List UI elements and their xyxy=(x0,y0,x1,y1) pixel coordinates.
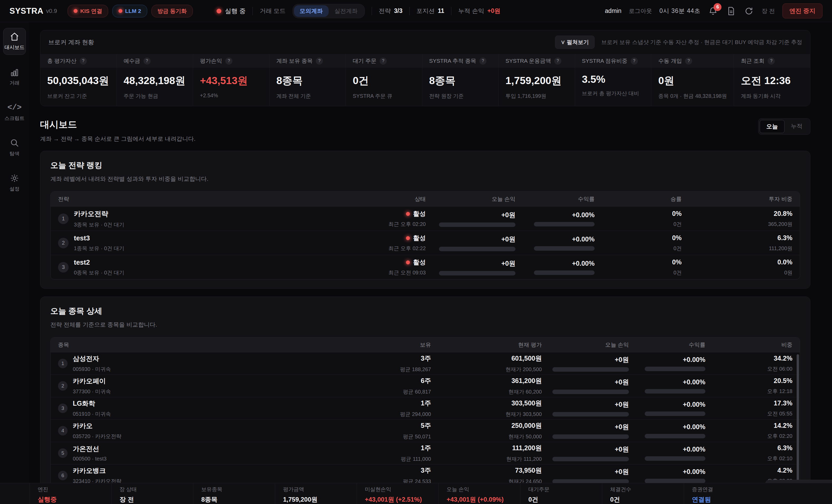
engine-running-label: 실행 중 xyxy=(225,7,246,15)
help-icon[interactable]: ? xyxy=(554,57,561,64)
statusbar-unrealized-pnl: 미실현손익 +43,001원 (+2.51%) xyxy=(357,483,438,504)
strategy-count: 전략 3/3 xyxy=(379,7,402,15)
current-price: 현재가 111,200 xyxy=(506,455,542,463)
stock-row[interactable]: 1 삼성전자 005930 · 미귀속 3주평균 188,267 601,500… xyxy=(51,352,800,374)
rank-badge: 2 xyxy=(58,238,69,248)
trade-mode-label: 거래 모드 xyxy=(260,7,285,15)
help-icon[interactable]: ? xyxy=(316,57,323,64)
stat-sub: 주문 가능 현금 xyxy=(124,92,186,100)
today-pnl-value: +0원 xyxy=(615,423,629,431)
strategy-table-header: 전략 상태 오늘 손익 수익률 승률 투자 비중 xyxy=(51,192,800,206)
weight-value: 20.5% xyxy=(774,377,792,385)
qty-value: 6주 xyxy=(421,376,431,385)
statusbar-broker-connection: 증권연결 연결됨 xyxy=(684,483,765,504)
engine-stop-button[interactable]: 엔진 중지 xyxy=(782,3,823,19)
header-status-group: 실행 중 거래 모드 모의계좌 실전계좌 전략 3/3 포지션 11 누적 손익… xyxy=(216,4,500,18)
broker-stats-grid: 총 평가자산? 50,035,043원브로커 잔고 기준 예수금? 48,328… xyxy=(41,54,810,106)
help-icon[interactable]: ? xyxy=(479,57,487,64)
sidebar-item-explore[interactable]: 탐색 xyxy=(3,135,26,161)
qty-avg: 평균 24,533 xyxy=(403,478,431,483)
col-today-pnl: 오늘 손익 xyxy=(549,341,636,348)
stock-row[interactable]: 5 가온전선 000500 · test3 1주평균 111,000 111,2… xyxy=(51,442,800,464)
help-icon[interactable]: ? xyxy=(380,57,387,64)
sync-badge[interactable]: 방금 동기화 xyxy=(151,5,193,18)
notifications-button[interactable]: 6 xyxy=(708,6,718,16)
stat-valuation-pnl: 평가손익? +43,513원+2.54% xyxy=(193,54,269,106)
sidebar-item-settings[interactable]: 설정 xyxy=(3,170,26,196)
weight-time: 오전 05:55 xyxy=(767,410,792,417)
help-icon[interactable]: ? xyxy=(685,57,692,64)
position-count-label: 포지션 xyxy=(417,7,435,15)
table-scrollbar[interactable] xyxy=(797,354,799,483)
statusbar-value: 0건 xyxy=(610,495,684,504)
strategy-count-label: 전략 xyxy=(379,7,391,15)
help-icon[interactable]: ? xyxy=(631,57,638,64)
status-dot-icon xyxy=(119,9,122,13)
mode-paper-account[interactable]: 모의계좌 xyxy=(294,5,329,17)
rank-badge: 3 xyxy=(58,403,68,413)
col-today-pnl: 오늘 손익 xyxy=(433,195,523,203)
strategy-row[interactable]: 1 카카오전략 3종목 보유 · 0건 대기 활성 최근 오후 02:20 +0… xyxy=(51,206,800,231)
divider xyxy=(451,7,451,15)
logout-button[interactable]: 로그아웃 xyxy=(629,7,652,15)
statusbar-value: 0건 xyxy=(528,495,602,504)
stock-name: 카카오뱅크 xyxy=(73,466,122,475)
return-bar xyxy=(534,222,595,226)
help-icon[interactable]: ? xyxy=(80,57,87,64)
stock-row[interactable]: 6 카카오뱅크 323410 · 카카오전략 3주평균 24,533 73,95… xyxy=(51,464,800,483)
stock-row[interactable]: 4 카카오 035720 · 카카오전략 5주평균 50,071 250,000… xyxy=(51,419,800,442)
refresh-button[interactable] xyxy=(744,6,754,16)
stock-name: LG화학 xyxy=(73,399,111,408)
mode-real-account[interactable]: 실전계좌 xyxy=(329,5,364,17)
strategy-row[interactable]: 2 test3 1종목 보유 · 0건 대기 활성 최근 오후 02:22 +0… xyxy=(51,231,800,255)
code-icon: </> xyxy=(7,103,22,112)
toggle-today[interactable]: 오늘 xyxy=(760,120,784,133)
refresh-icon xyxy=(745,7,753,16)
return-bar xyxy=(645,434,705,438)
rank-badge: 2 xyxy=(58,381,68,391)
stock-table-header: 종목 보유 현재 평가 오늘 손익 수익률 비중 xyxy=(51,337,800,352)
col-symbol: 종목 xyxy=(51,341,365,348)
expand-button[interactable]: ∨ 펼쳐보기 xyxy=(555,35,594,49)
help-icon[interactable]: ? xyxy=(144,57,151,64)
section-subtitle: 계좌 레벨에서 내려와 전략별 성과와 투자 비중을 비교합니다. xyxy=(50,175,800,183)
weight-time: 오후 02:20 xyxy=(767,432,792,440)
current-price: 현재가 200,500 xyxy=(505,366,542,373)
stat-value: 오전 12:36 xyxy=(741,74,803,88)
stat-value: 3.5% xyxy=(582,74,645,85)
llm-badge[interactable]: LLM 2 xyxy=(112,5,147,18)
sidebar-item-trading[interactable]: 거래 xyxy=(3,64,26,90)
stock-row[interactable]: 2 카카오페이 377300 · 미귀속 6주평균 60,817 361,200… xyxy=(51,374,800,397)
statusbar-value: +43,001원 (+0.09%) xyxy=(447,495,520,504)
return-bar xyxy=(645,389,705,394)
return-bar xyxy=(534,246,595,251)
stock-name: 가온전선 xyxy=(73,444,107,453)
strategy-sub: 0종목 보유 · 0건 대기 xyxy=(74,269,124,276)
help-icon[interactable]: ? xyxy=(768,57,775,64)
valuation-value: 73,950원 xyxy=(515,466,542,475)
dashboard-heading: 대시보드 계좌 → 전략 → 종목 순서로 큰 그림에서 세부로 내려갑니다. xyxy=(40,118,196,143)
strategy-name: 카카오전략 xyxy=(74,209,124,219)
status-badge: 활성 xyxy=(413,234,426,242)
rank-badge: 5 xyxy=(58,448,68,458)
strategy-row[interactable]: 3 test2 0종목 보유 · 0건 대기 활성 최근 오전 09:03 +0… xyxy=(51,255,800,279)
stat-value: 8종목 xyxy=(277,74,339,88)
dashboard-heading-row: 대시보드 계좌 → 전략 → 종목 순서로 큰 그림에서 세부로 내려갑니다. … xyxy=(40,118,810,143)
sidebar-item-dashboard[interactable]: 대시보드 xyxy=(3,28,26,55)
return-value: +0.00% xyxy=(683,468,706,476)
stock-name: 삼성전자 xyxy=(73,354,111,363)
sidebar-item-scripts[interactable]: </> 스크립트 xyxy=(3,99,26,125)
pnl-bar xyxy=(552,457,629,461)
rank-badge: 1 xyxy=(58,359,68,368)
toggle-cumulative[interactable]: 누적 xyxy=(784,120,809,133)
weight-time: 오전 06:00 xyxy=(767,365,792,372)
logs-button[interactable] xyxy=(726,6,736,16)
stat-sub: 브로커 잔고 기준 xyxy=(47,92,110,100)
stat-value: 50,035,043원 xyxy=(47,74,110,88)
stock-row[interactable]: 3 LG화학 051910 · 미귀속 1주평균 294,000 303,500… xyxy=(51,397,800,419)
broker-account-panel: 브로커 계좌 현황 ∨ 펼쳐보기 브로커 보유 스냅샷 기준 수동 자산 추정 … xyxy=(40,30,810,106)
kis-connection-badge[interactable]: KIS 연결 xyxy=(68,5,108,18)
top-header: SYSTRA v0.9 KIS 연결 LLM 2 방금 동기화 실행 중 거래 … xyxy=(0,0,832,22)
help-icon[interactable]: ? xyxy=(225,57,232,64)
winrate-sub: 0건 xyxy=(673,245,682,252)
